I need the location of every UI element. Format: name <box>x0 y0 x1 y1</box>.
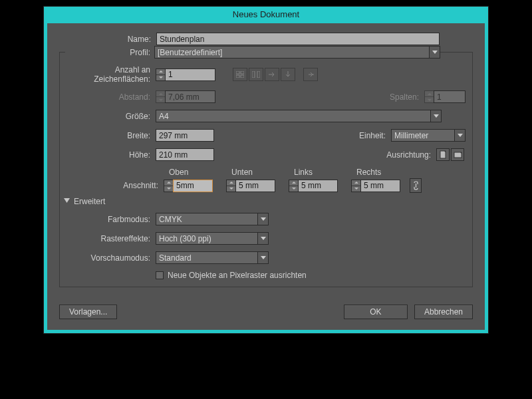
svg-marker-9 <box>159 93 163 95</box>
chevron-down-icon <box>429 47 440 58</box>
svg-marker-27 <box>64 198 70 203</box>
grid-col-icon[interactable] <box>249 68 263 81</box>
spalten-input <box>434 90 466 103</box>
svg-marker-1 <box>159 70 163 72</box>
ausrichtung-label: Ausrichtung: <box>382 150 436 160</box>
bleed-header-left: Links <box>294 168 343 177</box>
raster-value: Hoch (300 ppi) <box>159 234 211 243</box>
svg-rect-17 <box>454 152 462 158</box>
abstand-label: Abstand: <box>66 92 156 102</box>
artboards-stepper[interactable] <box>156 68 215 81</box>
orientation-portrait-button[interactable] <box>436 148 450 161</box>
dialog-footer: Vorlagen... OK Abbrechen <box>47 295 485 330</box>
name-label: Name: <box>59 35 156 44</box>
einheit-select[interactable]: Millimeter <box>391 129 466 142</box>
einheit-label: Einheit: <box>351 131 391 140</box>
svg-rect-7 <box>252 71 255 78</box>
chevron-down-icon <box>430 110 441 122</box>
bleed-left-input[interactable] <box>298 180 338 192</box>
arrange-down-icon[interactable] <box>281 68 295 81</box>
svg-marker-23 <box>292 182 296 184</box>
anschnitt-label: Anschnitt: <box>66 181 164 190</box>
pixel-align-checkbox[interactable] <box>156 271 164 279</box>
svg-marker-2 <box>159 76 163 78</box>
abstand-stepper <box>156 90 215 103</box>
svg-rect-6 <box>241 75 244 78</box>
farbmodus-label: Farbmodus: <box>66 215 156 224</box>
vorschau-select[interactable]: Standard <box>156 251 269 264</box>
spalten-stepper <box>424 90 466 103</box>
pixel-align-label: Neue Objekte an Pixelraster ausrichten <box>168 271 307 280</box>
profil-select[interactable]: [Benutzerdefiniert] <box>154 46 440 59</box>
chevron-down-icon <box>454 130 465 141</box>
bleed-bottom-input[interactable] <box>235 180 275 192</box>
svg-marker-10 <box>159 99 163 101</box>
bleed-header-bottom: Unten <box>231 168 281 177</box>
bleed-top-stepper[interactable] <box>164 180 213 192</box>
disclosure-triangle-icon <box>64 197 70 206</box>
advanced-section-toggle[interactable]: Erweitert <box>64 197 466 206</box>
svg-marker-12 <box>428 99 432 101</box>
bleed-left-stepper[interactable] <box>289 180 338 192</box>
farbmodus-value: CMYK <box>159 215 182 224</box>
name-input[interactable] <box>156 33 440 45</box>
breite-input[interactable] <box>156 129 214 142</box>
arrange-rtl-icon[interactable] <box>303 68 318 81</box>
grid-row-icon[interactable] <box>233 68 247 81</box>
svg-marker-11 <box>428 93 432 95</box>
templates-button[interactable]: Vorlagen... <box>59 305 117 319</box>
svg-marker-28 <box>261 217 266 221</box>
dialog-body: Name: Profil: [Benutzerdefiniert] Anzahl… <box>47 23 485 295</box>
groesse-select[interactable]: A4 <box>156 110 442 122</box>
hoehe-label: Höhe: <box>66 150 156 160</box>
vorschau-label: Vorschaumodus: <box>66 253 156 263</box>
svg-rect-8 <box>257 71 260 78</box>
link-bleed-button[interactable] <box>410 178 422 193</box>
einheit-value: Millimeter <box>394 131 428 140</box>
raster-label: Rastereffekte: <box>66 234 156 243</box>
svg-marker-22 <box>229 188 233 190</box>
bleed-right-input[interactable] <box>360 180 400 192</box>
artboards-input[interactable] <box>165 68 215 81</box>
chevron-down-icon <box>257 233 268 244</box>
svg-marker-20 <box>167 188 171 190</box>
svg-marker-30 <box>261 256 266 259</box>
svg-marker-0 <box>432 51 438 54</box>
profil-label: Profil: <box>65 48 154 57</box>
svg-marker-29 <box>261 237 266 240</box>
svg-marker-13 <box>434 114 439 118</box>
svg-rect-5 <box>236 75 239 78</box>
raster-select[interactable]: Hoch (300 ppi) <box>156 232 269 245</box>
new-document-dialog: Neues Dokument Name: Profil: [Benutzerde… <box>44 7 488 333</box>
orientation-landscape-button[interactable] <box>451 148 464 161</box>
svg-rect-15 <box>440 151 446 158</box>
cancel-button[interactable]: Abbrechen <box>414 305 473 319</box>
bleed-bottom-stepper[interactable] <box>226 180 275 192</box>
arrange-right-icon[interactable] <box>265 68 279 81</box>
svg-rect-4 <box>241 71 244 74</box>
profil-value: [Benutzerdefiniert] <box>158 48 222 57</box>
svg-marker-26 <box>354 188 358 190</box>
groesse-value: A4 <box>159 112 169 121</box>
ok-button[interactable]: OK <box>344 305 408 319</box>
bleed-right-stepper[interactable] <box>351 180 400 192</box>
svg-marker-21 <box>229 182 233 184</box>
main-panel: Profil: [Benutzerdefiniert] Anzahl an Ze… <box>59 52 473 287</box>
hoehe-input[interactable] <box>156 148 214 161</box>
svg-marker-19 <box>167 182 171 184</box>
svg-marker-25 <box>354 182 358 184</box>
dialog-title: Neues Dokument <box>44 7 488 23</box>
abstand-input <box>165 90 215 103</box>
svg-marker-24 <box>292 188 296 190</box>
farbmodus-select[interactable]: CMYK <box>156 213 269 225</box>
svg-marker-14 <box>458 134 463 137</box>
vorschau-value: Standard <box>159 253 192 263</box>
bleed-header-top: Oben <box>169 168 218 177</box>
chevron-down-icon <box>257 213 268 225</box>
bleed-top-input[interactable] <box>173 180 213 192</box>
groesse-label: Größe: <box>66 112 156 121</box>
chevron-down-icon <box>257 252 268 263</box>
spalten-label: Spalten: <box>384 92 424 102</box>
bleed-header-right: Rechts <box>356 168 406 177</box>
svg-rect-3 <box>236 71 239 74</box>
